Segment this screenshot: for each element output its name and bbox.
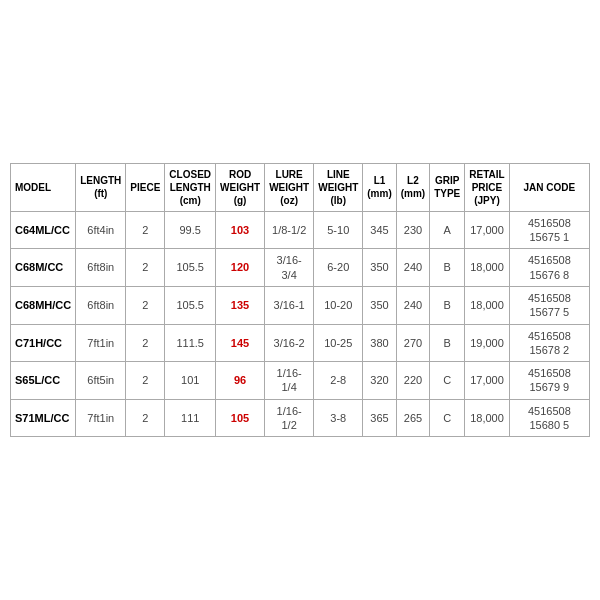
table-row: C64ML/CC6ft4in299.51031/8-1/25-10345230A… bbox=[11, 211, 590, 249]
cell-closed: 105.5 bbox=[165, 249, 216, 287]
cell-retail: 17,000 bbox=[465, 211, 509, 249]
th-closed: CLOSEDLENGTH(cm) bbox=[165, 163, 216, 211]
cell-line_weight: 3-8 bbox=[314, 399, 363, 437]
table-row: S65L/CC6ft5in2101961/16-1/42-8320220C17,… bbox=[11, 362, 590, 400]
cell-model: C68M/CC bbox=[11, 249, 76, 287]
product-table: MODEL LENGTH(ft) PIECE CLOSEDLENGTH(cm) … bbox=[10, 163, 590, 438]
cell-closed: 101 bbox=[165, 362, 216, 400]
cell-model: S71ML/CC bbox=[11, 399, 76, 437]
table-row: C68M/CC6ft8in2105.51203/16-3/46-20350240… bbox=[11, 249, 590, 287]
cell-piece: 2 bbox=[126, 211, 165, 249]
cell-line_weight: 2-8 bbox=[314, 362, 363, 400]
cell-length: 7ft1in bbox=[76, 399, 126, 437]
cell-grip: B bbox=[430, 249, 465, 287]
cell-l2: 220 bbox=[396, 362, 429, 400]
cell-l1: 380 bbox=[363, 324, 396, 362]
table-row: C71H/CC7ft1in2111.51453/16-210-25380270B… bbox=[11, 324, 590, 362]
cell-closed: 105.5 bbox=[165, 286, 216, 324]
cell-rod_weight: 135 bbox=[216, 286, 265, 324]
cell-grip: B bbox=[430, 324, 465, 362]
cell-rod_weight: 120 bbox=[216, 249, 265, 287]
th-length: LENGTH(ft) bbox=[76, 163, 126, 211]
cell-lure_weight: 1/16-1/2 bbox=[265, 399, 314, 437]
th-model: MODEL bbox=[11, 163, 76, 211]
cell-piece: 2 bbox=[126, 324, 165, 362]
cell-rod_weight: 103 bbox=[216, 211, 265, 249]
cell-length: 7ft1in bbox=[76, 324, 126, 362]
th-line-weight: LINEWEIGHT(lb) bbox=[314, 163, 363, 211]
cell-retail: 19,000 bbox=[465, 324, 509, 362]
cell-piece: 2 bbox=[126, 249, 165, 287]
cell-grip: C bbox=[430, 362, 465, 400]
cell-jan: 4516508 15680 5 bbox=[509, 399, 589, 437]
cell-length: 6ft8in bbox=[76, 249, 126, 287]
cell-l1: 350 bbox=[363, 286, 396, 324]
cell-retail: 18,000 bbox=[465, 286, 509, 324]
cell-line_weight: 5-10 bbox=[314, 211, 363, 249]
cell-jan: 4516508 15678 2 bbox=[509, 324, 589, 362]
cell-rod_weight: 96 bbox=[216, 362, 265, 400]
cell-l1: 345 bbox=[363, 211, 396, 249]
cell-jan: 4516508 15679 9 bbox=[509, 362, 589, 400]
cell-l2: 265 bbox=[396, 399, 429, 437]
th-piece: PIECE bbox=[126, 163, 165, 211]
table-wrapper: MODEL LENGTH(ft) PIECE CLOSEDLENGTH(cm) … bbox=[0, 143, 600, 458]
cell-line_weight: 6-20 bbox=[314, 249, 363, 287]
cell-l1: 350 bbox=[363, 249, 396, 287]
cell-piece: 2 bbox=[126, 362, 165, 400]
th-grip: GRIPTYPE bbox=[430, 163, 465, 211]
cell-l2: 240 bbox=[396, 249, 429, 287]
cell-retail: 17,000 bbox=[465, 362, 509, 400]
cell-l2: 240 bbox=[396, 286, 429, 324]
cell-line_weight: 10-20 bbox=[314, 286, 363, 324]
th-rod-weight: RODWEIGHT(g) bbox=[216, 163, 265, 211]
th-l2: L2(mm) bbox=[396, 163, 429, 211]
cell-l1: 320 bbox=[363, 362, 396, 400]
th-l1: L1(mm) bbox=[363, 163, 396, 211]
cell-l1: 365 bbox=[363, 399, 396, 437]
cell-closed: 111.5 bbox=[165, 324, 216, 362]
table-row: S71ML/CC7ft1in21111051/16-1/23-8365265C1… bbox=[11, 399, 590, 437]
th-jan: JAN CODE bbox=[509, 163, 589, 211]
cell-model: C64ML/CC bbox=[11, 211, 76, 249]
cell-piece: 2 bbox=[126, 286, 165, 324]
th-retail: RETAILPRICE(JPY) bbox=[465, 163, 509, 211]
cell-model: C71H/CC bbox=[11, 324, 76, 362]
cell-length: 6ft8in bbox=[76, 286, 126, 324]
cell-grip: C bbox=[430, 399, 465, 437]
cell-l2: 270 bbox=[396, 324, 429, 362]
cell-jan: 4516508 15677 5 bbox=[509, 286, 589, 324]
cell-lure_weight: 3/16-2 bbox=[265, 324, 314, 362]
cell-lure_weight: 1/16-1/4 bbox=[265, 362, 314, 400]
cell-model: S65L/CC bbox=[11, 362, 76, 400]
cell-grip: A bbox=[430, 211, 465, 249]
th-lure-weight: LUREWEIGHT(oz) bbox=[265, 163, 314, 211]
cell-closed: 111 bbox=[165, 399, 216, 437]
cell-jan: 4516508 15676 8 bbox=[509, 249, 589, 287]
cell-length: 6ft4in bbox=[76, 211, 126, 249]
cell-grip: B bbox=[430, 286, 465, 324]
cell-rod_weight: 145 bbox=[216, 324, 265, 362]
header-row: MODEL LENGTH(ft) PIECE CLOSEDLENGTH(cm) … bbox=[11, 163, 590, 211]
cell-piece: 2 bbox=[126, 399, 165, 437]
table-row: C68MH/CC6ft8in2105.51353/16-110-20350240… bbox=[11, 286, 590, 324]
cell-l2: 230 bbox=[396, 211, 429, 249]
cell-length: 6ft5in bbox=[76, 362, 126, 400]
cell-line_weight: 10-25 bbox=[314, 324, 363, 362]
cell-model: C68MH/CC bbox=[11, 286, 76, 324]
cell-retail: 18,000 bbox=[465, 249, 509, 287]
cell-lure_weight: 1/8-1/2 bbox=[265, 211, 314, 249]
cell-lure_weight: 3/16-1 bbox=[265, 286, 314, 324]
cell-closed: 99.5 bbox=[165, 211, 216, 249]
cell-jan: 4516508 15675 1 bbox=[509, 211, 589, 249]
cell-rod_weight: 105 bbox=[216, 399, 265, 437]
cell-retail: 18,000 bbox=[465, 399, 509, 437]
cell-lure_weight: 3/16-3/4 bbox=[265, 249, 314, 287]
